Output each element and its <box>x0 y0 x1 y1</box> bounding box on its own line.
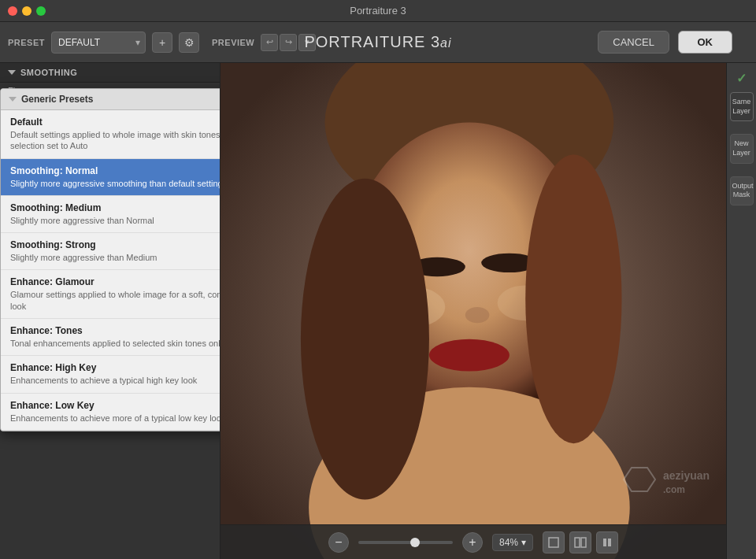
view-buttons <box>543 531 618 553</box>
settings-button[interactable]: ⚙ <box>179 32 199 53</box>
main-layout: SMOOTHING Fine Medium Large Threshold SM… <box>0 63 756 559</box>
preset-dropdown[interactable]: DEFAULT ▾ <box>51 31 146 54</box>
titlebar: Portraiture 3 <box>0 0 756 22</box>
triangle-down-icon <box>8 70 16 75</box>
dropdown-header: Generic Presets <box>1 89 220 110</box>
zoom-slider[interactable] <box>358 541 453 544</box>
preset-item-medium-title: Smoothing: Medium <box>10 202 220 213</box>
svg-point-10 <box>301 179 429 500</box>
portrait-svg <box>220 63 726 559</box>
ok-button[interactable]: OK <box>678 31 733 54</box>
preset-item-lowkey[interactable]: Enhance: Low Key Enhancements to achieve… <box>1 394 220 431</box>
single-view-icon <box>547 536 560 549</box>
preset-item-normal-desc: Slightly more aggressive smoothing than … <box>10 178 220 189</box>
preset-item-medium[interactable]: Smoothing: Medium Slightly more aggressi… <box>1 196 220 233</box>
chevron-down-icon: ▾ <box>135 37 140 48</box>
left-panel: SMOOTHING Fine Medium Large Threshold SM… <box>0 63 220 559</box>
preset-dropdown-menu: Generic Presets Default Default settings… <box>0 88 220 431</box>
preset-item-highkey-title: Enhance: High Key <box>10 362 220 373</box>
svg-point-11 <box>525 154 621 443</box>
preset-item-highkey[interactable]: Enhance: High Key Enhancements to achiev… <box>1 356 220 393</box>
dropdown-header-text: Generic Presets <box>21 94 93 105</box>
preset-label: PRESET <box>8 38 45 47</box>
preset-item-glamour-title: Enhance: Glamour <box>10 276 220 287</box>
same-layer-check: ✓ <box>736 71 747 86</box>
svg-rect-15 <box>549 538 558 547</box>
window-title: Portraiture 3 <box>350 5 406 17</box>
traffic-lights <box>8 6 46 16</box>
preset-item-normal-title: Smoothing: Normal <box>10 165 220 176</box>
close-button[interactable] <box>8 6 17 16</box>
add-preset-button[interactable]: + <box>152 32 172 53</box>
preset-item-default-title: Default <box>10 117 220 128</box>
smoothing-label: SMOOTHING <box>20 68 77 77</box>
svg-rect-17 <box>581 538 586 547</box>
gear-icon: ⚙ <box>184 36 195 49</box>
preset-item-tones-desc: Tonal enhancements applied to selected s… <box>10 338 220 349</box>
preset-value: DEFAULT <box>58 37 100 48</box>
cancel-button[interactable]: CANCEL <box>598 31 669 54</box>
right-panel: ✓ SameLayer NewLayer OutputMask <box>726 63 756 559</box>
app-title-ai: ai <box>440 36 451 50</box>
maximize-button[interactable] <box>36 6 46 16</box>
app-title: PORTRAITURE 3ai <box>304 33 451 51</box>
zoom-in-button[interactable]: + <box>462 532 483 553</box>
svg-point-3 <box>429 339 510 372</box>
smoothing-section-header[interactable]: SMOOTHING <box>0 63 220 83</box>
preset-item-default-desc: Default settings applied to whole image … <box>10 129 220 152</box>
pause-button[interactable] <box>596 531 618 553</box>
zoom-value-box[interactable]: 84% ▾ <box>492 534 533 551</box>
zoom-out-button[interactable]: − <box>328 532 349 553</box>
dropdown-triangle-icon <box>9 97 17 102</box>
preset-item-default[interactable]: Default Default settings applied to whol… <box>1 110 220 159</box>
preset-item-strong-title: Smoothing: Strong <box>10 239 220 250</box>
single-view-button[interactable] <box>543 531 565 553</box>
image-area: aeziyuan .com − + 84% ▾ <box>220 63 726 559</box>
app-title-text: PORTRAITURE 3 <box>304 33 440 50</box>
svg-rect-19 <box>608 539 611 546</box>
preset-item-glamour[interactable]: Enhance: Glamour Glamour settings applie… <box>1 270 220 319</box>
preset-item-strong[interactable]: Smoothing: Strong Slightly more aggressi… <box>1 233 220 270</box>
undo-button[interactable]: ↩ <box>261 34 278 51</box>
preview-label: PREVIEW <box>212 38 254 47</box>
zoom-dropdown-arrow: ▾ <box>521 537 526 548</box>
preset-item-lowkey-desc: Enhancements to achieve more of a typica… <box>10 413 220 424</box>
split-view-button[interactable] <box>569 531 591 553</box>
split-view-icon <box>574 536 587 549</box>
preset-item-lowkey-title: Enhance: Low Key <box>10 400 220 411</box>
preset-item-medium-desc: Slightly more aggressive than Normal <box>10 215 220 226</box>
minimize-button[interactable] <box>22 6 32 16</box>
svg-rect-16 <box>575 538 580 547</box>
svg-rect-18 <box>603 539 606 546</box>
preset-item-tones[interactable]: Enhance: Tones Tonal enhancements applie… <box>1 319 220 356</box>
portrait-image: aeziyuan .com <box>220 63 726 559</box>
svg-point-6 <box>465 307 490 323</box>
new-layer-button[interactable]: NewLayer <box>730 134 754 163</box>
preset-item-tones-title: Enhance: Tones <box>10 325 220 336</box>
preset-item-glamour-desc: Glamour settings applied to whole image … <box>10 289 220 312</box>
zoom-percent: 84% <box>499 537 518 548</box>
preset-item-normal[interactable]: Smoothing: Normal Slightly more aggressi… <box>1 159 220 196</box>
plus-icon: + <box>159 36 165 49</box>
output-mask-button[interactable]: OutputMask <box>730 176 754 205</box>
redo-button[interactable]: ↪ <box>280 34 297 51</box>
same-layer-button[interactable]: SameLayer <box>730 92 754 121</box>
image-bottom-bar: − + 84% ▾ <box>220 524 726 559</box>
pause-icon <box>601 536 613 549</box>
toolbar: PRESET DEFAULT ▾ + ⚙ PREVIEW ↩ ↪ ▾ PORTR… <box>0 22 756 63</box>
zoom-slider-thumb[interactable] <box>410 538 420 547</box>
preset-item-strong-desc: Slightly more aggressive than Medium <box>10 252 220 263</box>
preset-item-highkey-desc: Enhancements to achieve a typical high k… <box>10 375 220 386</box>
